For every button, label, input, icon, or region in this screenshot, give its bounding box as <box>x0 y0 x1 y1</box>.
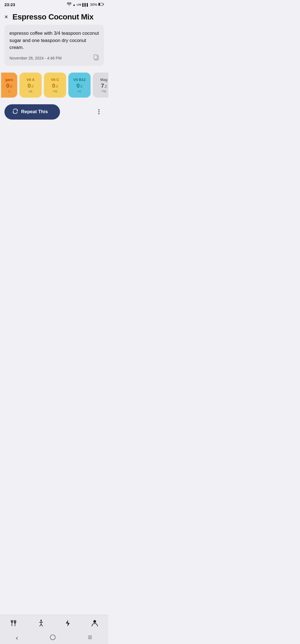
nutrient-pill-vita[interactable]: Vit A 0.0 μg <box>19 73 42 98</box>
pill-value-sugars: 0.0 <box>6 82 12 89</box>
pill-unit-vitc: mg <box>53 89 57 93</box>
pill-label-vita: Vit A <box>27 78 35 82</box>
repeat-icon <box>12 108 18 116</box>
status-bar: 23:23 ▲ LTE ▌▌▌ 30% <box>0 0 108 8</box>
battery-text: 30% <box>90 3 97 7</box>
description-card: espresso coffee with 3/4 teaspoon coconu… <box>4 25 104 66</box>
pill-value-mag: 7.2 <box>101 82 107 89</box>
nutrients-row: gars 0.0 g Vit A 0.0 μg Vit C 0.0 mg Vit… <box>0 70 108 100</box>
pill-unit-vita: μg <box>29 89 32 93</box>
nutrient-pill-vitc[interactable]: Vit C 0.0 mg <box>44 73 66 98</box>
pill-label-sugars: gars <box>5 78 13 82</box>
dot-1 <box>98 109 99 110</box>
nutrient-pill-vitb12[interactable]: Vit B12 0.0 μg <box>68 73 91 98</box>
close-button[interactable]: × <box>4 14 8 20</box>
repeat-button[interactable]: Repeat This <box>4 104 60 120</box>
svg-rect-2 <box>99 3 100 5</box>
svg-rect-4 <box>94 55 97 59</box>
pill-unit-vitb12: μg <box>78 89 81 93</box>
lte-icon: LTE <box>77 3 81 6</box>
svg-rect-1 <box>103 4 104 5</box>
description-text: espresso coffee with 3/4 teaspoon coconu… <box>9 30 99 51</box>
nutrient-pill-sugars[interactable]: gars 0.0 g <box>1 73 17 98</box>
pill-label-mag: Mag <box>100 78 108 82</box>
status-icons: ▲ LTE ▌▌▌ 30% <box>67 3 104 7</box>
pill-unit-mag: mg <box>102 89 106 93</box>
pill-unit-sugars: g <box>8 89 10 93</box>
wifi-icon <box>67 3 71 7</box>
pill-label-vitb12: Vit B12 <box>73 78 86 82</box>
pill-value-vita: 0.0 <box>28 82 33 89</box>
pill-value-vitb12: 0.0 <box>76 82 82 89</box>
status-time: 23:23 <box>4 2 15 7</box>
description-date: November 26, 2024 - 4:46 PM <box>9 56 62 60</box>
battery-icon <box>98 3 104 7</box>
signal-icon: ▲ <box>72 3 76 6</box>
page-header: × Espresso Coconut Mix <box>0 8 108 25</box>
more-button[interactable] <box>94 107 104 117</box>
nutrient-pill-mag[interactable]: Mag 7.2 mg <box>93 73 108 98</box>
copy-icon[interactable] <box>93 55 99 62</box>
pill-label-vitc: Vit C <box>51 78 59 82</box>
dot-2 <box>98 111 99 112</box>
dot-3 <box>98 113 99 114</box>
pill-value-vitc: 0.0 <box>52 82 58 89</box>
bars-icon: ▌▌▌ <box>82 3 89 6</box>
page-title: Espresso Coconut Mix <box>12 13 94 21</box>
repeat-label: Repeat This <box>21 109 48 115</box>
description-footer: November 26, 2024 - 4:46 PM <box>9 55 99 62</box>
action-row: Repeat This <box>0 100 108 123</box>
